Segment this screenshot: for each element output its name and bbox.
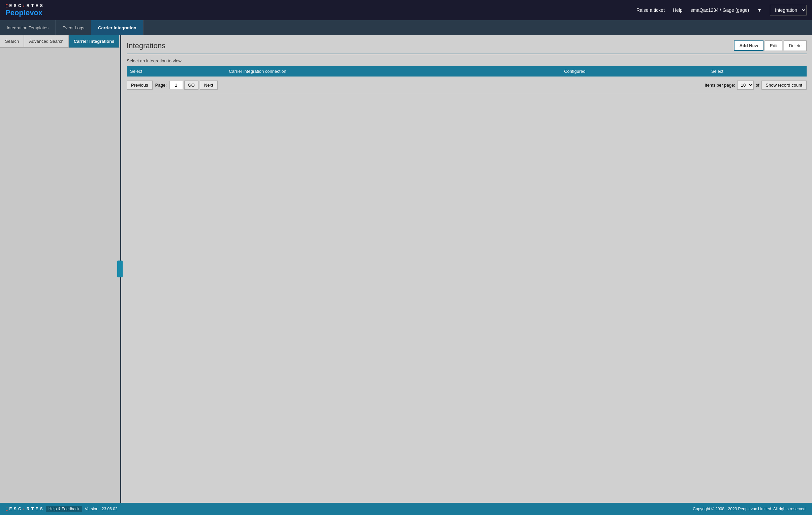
search-button[interactable]: Search	[0, 35, 24, 48]
carrier-integrations-button[interactable]: Carrier Integrations	[69, 35, 120, 48]
sidebar: Search Advanced Search Carrier Integrati…	[0, 35, 121, 503]
descartes-logo: D E S C / R T E S	[5, 3, 43, 8]
logo-area: D E S C / R T E S Peoplevox	[5, 3, 43, 17]
page-label: Page:	[155, 83, 167, 88]
next-button[interactable]: Next	[200, 81, 218, 90]
help-link[interactable]: Help	[673, 7, 683, 13]
integration-dropdown[interactable]: Integration	[770, 5, 807, 16]
page-input[interactable]	[170, 81, 183, 89]
header-nav: Raise a ticket Help smaQac1234 \ Gage (g…	[636, 5, 807, 16]
peoplevox-logo: Peoplevox	[5, 8, 43, 17]
main-inner: Integrations Add New Edit Delete Select …	[121, 35, 812, 99]
footer-copyright: Copyright © 2008 - 2023 Peoplevox Limite…	[693, 507, 807, 511]
edit-button[interactable]: Edit	[765, 40, 782, 51]
sidebar-resize-handle[interactable]	[117, 260, 123, 277]
tab-integration-templates[interactable]: Integration Templates	[0, 20, 56, 35]
integrations-table: Select Carrier integration connection Co…	[127, 66, 807, 94]
tab-bar: Integration Templates Event Logs Carrier…	[0, 20, 812, 35]
content-area: Search Advanced Search Carrier Integrati…	[0, 35, 812, 503]
footer-logo-d: D	[5, 507, 8, 512]
table-header-row: Select Carrier integration connection Co…	[127, 66, 807, 77]
footer-descartes-logo: D E S C / R T E S	[5, 507, 43, 512]
footer-left: D E S C / R T E S Help & Feedback Versio…	[5, 506, 118, 512]
chevron-down-icon: ▼	[757, 7, 762, 13]
col-configured: Configured	[561, 66, 708, 77]
main-panel: Integrations Add New Edit Delete Select …	[121, 35, 812, 503]
raise-ticket-link[interactable]: Raise a ticket	[636, 7, 665, 13]
col-select: Select	[127, 66, 225, 77]
add-new-button[interactable]: Add New	[734, 40, 763, 51]
section-title-text: Integrations	[127, 41, 166, 50]
advanced-search-button[interactable]: Advanced Search	[24, 35, 69, 48]
footer-logo-rest: E S C / R T E S	[9, 507, 43, 511]
go-button[interactable]: GO	[184, 81, 199, 90]
footer: D E S C / R T E S Help & Feedback Versio…	[0, 503, 812, 515]
footer-version: Version : 23.06.02	[85, 507, 118, 511]
pagination-right: Items per page: 10 of Show record count	[704, 81, 807, 90]
tab-event-logs[interactable]: Event Logs	[56, 20, 91, 35]
table-body: Previous Page: GO Next Items per page: 1…	[127, 77, 807, 94]
pagination-controls: Previous Page: GO Next Items per page: 1…	[127, 78, 807, 92]
items-per-page-label: Items per page:	[704, 83, 735, 88]
pagination-row-top: Previous Page: GO Next Items per page: 1…	[127, 77, 807, 94]
user-info: smaQac1234 \ Gage (gage)	[691, 7, 749, 13]
col-connection: Carrier integration connection	[225, 66, 561, 77]
previous-button[interactable]: Previous	[127, 81, 153, 90]
logo-escartes: E S C / R T E S	[9, 3, 43, 8]
table-header: Select Carrier integration connection Co…	[127, 66, 807, 77]
section-actions: Add New Edit Delete	[734, 40, 807, 51]
col-select2: Select	[708, 66, 807, 77]
tab-carrier-integration[interactable]: Carrier Integration	[91, 20, 143, 35]
show-record-count-button[interactable]: Show record count	[761, 81, 807, 90]
delete-button[interactable]: Delete	[784, 40, 807, 51]
header: D E S C / R T E S Peoplevox Raise a tick…	[0, 0, 812, 20]
items-per-page-select[interactable]: 10	[737, 81, 754, 90]
help-feedback-button[interactable]: Help & Feedback	[46, 506, 82, 512]
section-header: Integrations Add New Edit Delete	[127, 40, 807, 54]
sidebar-buttons: Search Advanced Search Carrier Integrati…	[0, 35, 120, 48]
logo-d-letter: D	[5, 3, 8, 8]
select-prompt: Select an integration to view:	[127, 58, 807, 63]
of-label: of	[756, 83, 759, 88]
